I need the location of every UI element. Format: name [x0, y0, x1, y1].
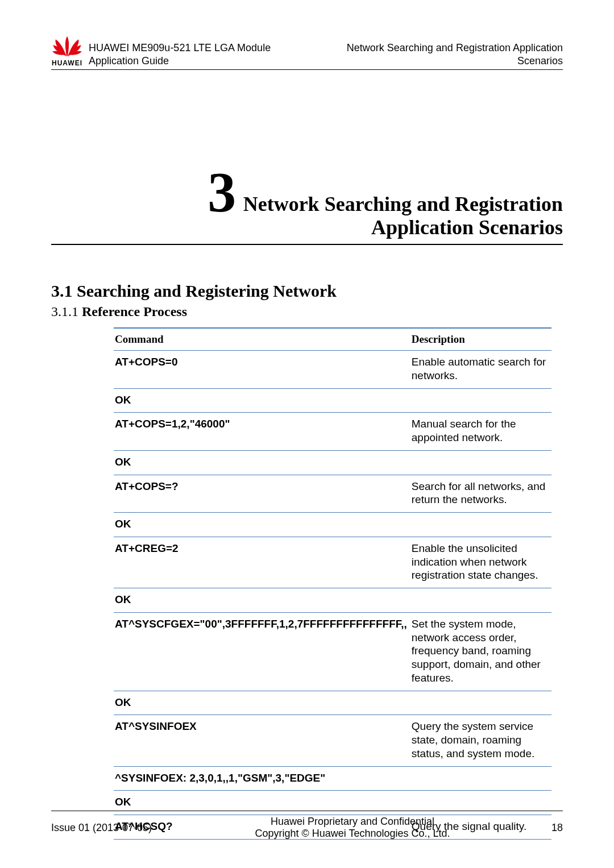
cell-command: OK: [114, 513, 410, 537]
header-left-line2: Application Guide: [89, 55, 169, 67]
chapter-title-line2: Application Scenarios: [51, 215, 563, 239]
cell-description: [410, 388, 551, 413]
table-row: AT^SYSINFOEXQuery the system service sta…: [114, 715, 551, 766]
huawei-logo-icon: [51, 34, 83, 58]
cell-command: OK: [114, 588, 410, 613]
cell-description: Search for all networks, and return the …: [410, 475, 551, 513]
header-right-line1: Network Searching and Registration Appli…: [347, 42, 563, 53]
footer-center-line2: Copyright © Huawei Technologies Co., Ltd…: [255, 828, 450, 839]
table-row: OK: [114, 691, 551, 715]
cell-description: [410, 691, 551, 715]
command-table: Command Description AT+COPS=0Enable auto…: [114, 327, 551, 840]
table-row: ^SYSINFOEX: 2,3,0,1,,1,"GSM",3,"EDGE": [114, 766, 551, 791]
cell-description: Query the system service state, domain, …: [410, 715, 551, 766]
section-heading-2: 3.1.1 Reference Process: [51, 304, 563, 319]
cell-description: [410, 513, 551, 537]
table-row: AT+COPS=?Search for all networks, and re…: [114, 475, 551, 513]
cell-description: [410, 588, 551, 613]
cell-description: Enable the unsolicited indication when n…: [410, 537, 551, 588]
footer-copyright: Huawei Proprietary and Confidential Copy…: [176, 816, 529, 840]
header-titles: HUAWEI ME909u-521 LTE LGA Module Applica…: [89, 41, 563, 67]
section-heading-1: 3.1 Searching and Registering Network: [51, 281, 563, 301]
col-description: Description: [410, 328, 551, 351]
chapter-number: 3: [208, 167, 236, 218]
cell-description: [410, 450, 551, 475]
table-row: AT+CREG=2Enable the unsolicited indicati…: [114, 537, 551, 588]
table-row: AT+COPS=1,2,"46000"Manual search for the…: [114, 413, 551, 451]
cell-command: OK: [114, 388, 410, 413]
table-row: OK: [114, 588, 551, 613]
cell-command: OK: [114, 691, 410, 715]
cell-description: Set the system mode, network access orde…: [410, 612, 551, 691]
cell-command: AT^SYSCFGEX="00",3FFFFFFF,1,2,7FFFFFFFFF…: [114, 612, 410, 691]
cell-command: AT+COPS=?: [114, 475, 410, 513]
table-row: OK: [114, 513, 551, 537]
table-row: AT+COPS=0Enable automatic search for net…: [114, 351, 551, 389]
cell-command: ^SYSINFOEX: 2,3,0,1,,1,"GSM",3,"EDGE": [114, 766, 410, 791]
col-command: Command: [114, 328, 410, 351]
section-h2-text: Reference Process: [82, 304, 187, 319]
cell-description: Enable automatic search for networks.: [410, 351, 551, 389]
page-header: HUAWEI HUAWEI ME909u-521 LTE LGA Module …: [51, 34, 563, 70]
brand-logo: HUAWEI: [51, 34, 83, 67]
header-left: HUAWEI ME909u-521 LTE LGA Module Applica…: [89, 41, 271, 67]
table-row: AT^SYSCFGEX="00",3FFFFFFF,1,2,7FFFFFFFFF…: [114, 612, 551, 691]
page-footer: Issue 01 (2013-07-05) Huawei Proprietary…: [51, 811, 563, 840]
cell-command: AT^SYSINFOEX: [114, 715, 410, 766]
cell-description: [410, 766, 551, 791]
footer-issue: Issue 01 (2013-07-05): [51, 822, 176, 834]
cell-command: AT+COPS=0: [114, 351, 410, 389]
cell-command: OK: [114, 450, 410, 475]
chapter-title-line1: Network Searching and Registration: [243, 193, 563, 215]
table-row: OK: [114, 450, 551, 475]
brand-text: HUAWEI: [52, 59, 82, 67]
cell-command: AT+COPS=1,2,"46000": [114, 413, 410, 451]
footer-page-number: 18: [529, 822, 563, 834]
cell-description: Manual search for the appointed network.: [410, 413, 551, 451]
table-header-row: Command Description: [114, 328, 551, 351]
page: HUAWEI HUAWEI ME909u-521 LTE LGA Module …: [0, 0, 614, 868]
chapter-heading: 3 Network Searching and Registration App…: [51, 167, 563, 245]
section-h2-number: 3.1.1: [51, 304, 82, 319]
header-right: Network Searching and Registration Appli…: [347, 41, 563, 67]
table-row: OK: [114, 388, 551, 413]
header-left-line1: HUAWEI ME909u-521 LTE LGA Module: [89, 42, 271, 53]
header-right-line2: Scenarios: [517, 55, 563, 67]
footer-center-line1: Huawei Proprietary and Confidential: [271, 816, 434, 827]
cell-command: AT+CREG=2: [114, 537, 410, 588]
